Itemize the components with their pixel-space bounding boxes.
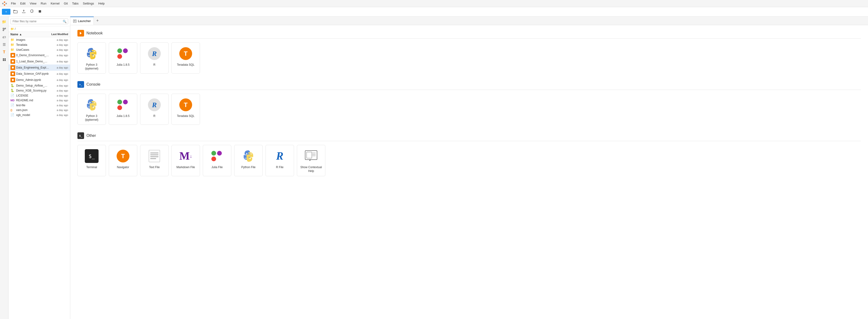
console-teradata-item[interactable]: T Teradata SQL bbox=[172, 94, 200, 125]
navigator-item[interactable]: T Navigator bbox=[109, 145, 137, 176]
other-section: $_ Other $_ Terminal T bbox=[78, 132, 861, 176]
menu-help[interactable]: Help bbox=[96, 1, 106, 6]
extensions-icon[interactable] bbox=[1, 57, 8, 63]
svg-point-17 bbox=[90, 102, 91, 103]
file-name: 1_Load_Base_Demo_Data.ipynb bbox=[16, 60, 49, 63]
console-julia-item[interactable]: Julia 1.8.5 bbox=[109, 94, 137, 125]
launcher-tab[interactable]: Launcher bbox=[70, 16, 94, 25]
svg-point-24 bbox=[246, 153, 247, 154]
menu-tabs[interactable]: Tabs bbox=[70, 1, 80, 6]
list-item[interactable]: 0_Demo_Environment_Setup.ipynb a day ago bbox=[8, 52, 70, 58]
t-custom-icon[interactable]: T bbox=[1, 49, 8, 56]
file-date: a day ago bbox=[49, 84, 68, 87]
refresh-button[interactable] bbox=[29, 8, 35, 15]
file-panel: 🔍 📁 / Name ▲ Last Modified 📁 images a da… bbox=[8, 16, 70, 319]
markdown-label: Markdown File bbox=[177, 166, 195, 169]
menu-settings[interactable]: Settings bbox=[81, 1, 96, 6]
list-item[interactable]: Data_Science_OAF.ipynb a day ago bbox=[8, 71, 70, 77]
text-file-icon: 📄 bbox=[10, 103, 15, 107]
textfile-item[interactable]: Text File bbox=[140, 145, 168, 176]
list-item[interactable]: 📄 xgb_model a day ago bbox=[8, 112, 70, 117]
file-name: Data_Engineering_Exploration.ipynb bbox=[16, 66, 49, 69]
list-icon[interactable]: ☰ bbox=[1, 41, 8, 48]
list-item[interactable]: 📄 test-file a day ago bbox=[8, 103, 70, 108]
julia-console-icon bbox=[116, 98, 130, 112]
svg-rect-9 bbox=[3, 60, 4, 61]
svg-rect-10 bbox=[4, 60, 6, 61]
r-console-icon: R bbox=[147, 98, 161, 112]
notebook-section-icon bbox=[78, 30, 84, 37]
file-list: 📁 images a day ago 📁 Teradata a day ago … bbox=[8, 37, 70, 319]
files-icon[interactable]: 📁 bbox=[1, 19, 8, 25]
list-item[interactable]: {} vars.json a day ago bbox=[8, 108, 70, 112]
list-item[interactable]: 🐍 Demo_Setup_Airflow_Python.py a day ago bbox=[8, 83, 70, 88]
file-name: 0_Demo_Environment_Setup.ipynb bbox=[16, 54, 49, 57]
list-item[interactable]: 1_Load_Base_Demo_Data.ipynb a day ago bbox=[8, 58, 70, 65]
menu-git[interactable]: Git bbox=[62, 1, 70, 6]
notebook-python-item[interactable]: Python 3(ipykernel) bbox=[78, 42, 106, 73]
svg-point-3 bbox=[5, 3, 7, 4]
folder-icon: 📁 bbox=[10, 38, 15, 41]
main-layout: 📁 🏷 ☰ T � bbox=[0, 16, 868, 319]
menu-kernel[interactable]: Kernel bbox=[49, 1, 62, 6]
file-date: a day ago bbox=[49, 54, 68, 57]
menu-edit[interactable]: Edit bbox=[18, 1, 27, 6]
notebook-icon bbox=[10, 53, 15, 58]
stop-button[interactable] bbox=[37, 8, 43, 15]
menu-file[interactable]: File bbox=[9, 1, 18, 6]
notebook-section: Notebook bbox=[78, 30, 861, 73]
list-item[interactable]: 📁 Teradata a day ago bbox=[8, 42, 70, 47]
other-section-header: $_ Other bbox=[78, 132, 861, 141]
list-item[interactable]: Data_Engineering_Exploration.ipynb a day… bbox=[8, 65, 70, 71]
name-header-label: Name bbox=[10, 33, 18, 36]
python-file-item[interactable]: Python File bbox=[234, 145, 262, 176]
menu-bar: File Edit View Run Kernel Git Tabs Setti… bbox=[0, 0, 868, 7]
file-search-area: 🔍 bbox=[8, 16, 70, 26]
launcher-tab-icon bbox=[73, 20, 76, 23]
notebook-julia-item[interactable]: Julia 1.8.5 bbox=[109, 42, 137, 73]
plus-icon: + bbox=[5, 10, 7, 13]
python-file-icon-launcher bbox=[241, 149, 255, 163]
rfile-icon: R bbox=[273, 149, 287, 163]
file-date: a day ago bbox=[49, 43, 68, 46]
terminal-item[interactable]: $_ Terminal bbox=[78, 145, 106, 176]
list-item[interactable]: MD README.md a day ago bbox=[8, 98, 70, 103]
sort-by-name[interactable]: Name ▲ bbox=[10, 33, 47, 36]
notebook-r-item[interactable]: R R bbox=[140, 42, 168, 73]
contextual-help-item[interactable]: Show Contextual Help bbox=[297, 145, 326, 176]
menu-view[interactable]: View bbox=[28, 1, 38, 6]
list-item[interactable]: Demo_Admin.ipynb a day ago bbox=[8, 77, 70, 83]
console-python-item[interactable]: Python 3(ipykernel) bbox=[78, 94, 106, 125]
new-launcher-button[interactable]: + bbox=[2, 9, 10, 15]
upload-file-button[interactable] bbox=[21, 8, 27, 15]
svg-point-1 bbox=[4, 4, 5, 6]
folder-icon: 📁 bbox=[10, 43, 15, 46]
list-item[interactable]: 📄 LICENSE a day ago bbox=[8, 93, 70, 98]
python-icon bbox=[85, 46, 99, 61]
list-item[interactable]: 📁 images a day ago bbox=[8, 37, 70, 42]
markdown-item[interactable]: M ↓ Markdown File bbox=[172, 145, 200, 176]
text-file-icon: 📄 bbox=[10, 94, 15, 97]
console-section: >_ Console Pyt bbox=[78, 81, 861, 125]
notebook-teradata-item[interactable]: T Teradata SQL bbox=[172, 42, 200, 73]
list-item[interactable]: 📁 UseCases a day ago bbox=[8, 47, 70, 52]
svg-rect-11 bbox=[3, 58, 4, 60]
file-name: Demo_Admin.ipynb bbox=[16, 78, 49, 81]
search-input[interactable] bbox=[10, 19, 68, 24]
file-date: a day ago bbox=[49, 104, 68, 107]
rfile-item[interactable]: R R File bbox=[266, 145, 294, 176]
julia-file-item[interactable]: Julia File bbox=[203, 145, 231, 176]
console-r-item[interactable]: R R bbox=[140, 94, 168, 125]
file-date: a day ago bbox=[49, 48, 68, 51]
console-python-label: Python 3(ipykernel) bbox=[85, 114, 98, 122]
list-item[interactable]: 🐍 Demo_XGB_Scoring.py a day ago bbox=[8, 88, 70, 93]
console-r-label: R bbox=[153, 114, 156, 118]
tag-icon[interactable]: 🏷 bbox=[1, 34, 8, 40]
file-search-wrap: 🔍 bbox=[10, 19, 68, 24]
svg-point-18 bbox=[93, 107, 94, 108]
add-tab-button[interactable]: + bbox=[94, 18, 101, 23]
menu-run[interactable]: Run bbox=[39, 1, 48, 6]
terminal-label: Terminal bbox=[86, 166, 97, 169]
upload-folder-button[interactable] bbox=[12, 8, 19, 15]
git-icon[interactable] bbox=[1, 26, 8, 33]
